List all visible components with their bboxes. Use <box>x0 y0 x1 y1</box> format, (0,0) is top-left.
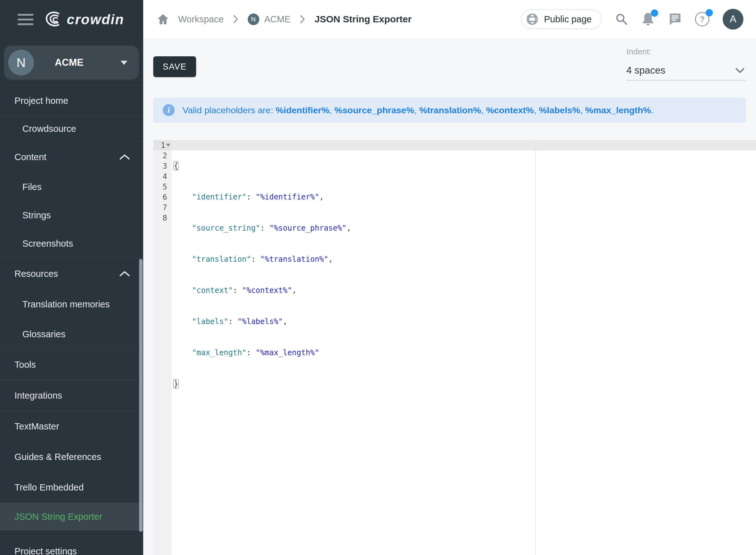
code-line: "identifier": "%identifier%", <box>172 192 756 202</box>
line-number: 2 <box>153 151 172 161</box>
sidebar-scrollbar[interactable] <box>139 259 142 532</box>
search-button[interactable] <box>615 12 628 26</box>
indent-control: Indent: 4 spaces <box>626 47 746 81</box>
sidebar: crowdin N ACME Project home Crowdsource … <box>0 0 143 555</box>
sidebar-item-files[interactable]: Files <box>0 173 143 201</box>
chevron-up-icon <box>119 154 130 160</box>
sidebar-item-guides-references[interactable]: Guides & References <box>0 442 143 472</box>
sidebar-item-textmaster[interactable]: TextMaster <box>0 411 143 442</box>
line-number: 8 <box>153 213 172 223</box>
breadcrumb-workspace[interactable]: Workspace <box>178 14 224 25</box>
globe-icon <box>526 12 539 26</box>
chevron-down-icon <box>735 68 745 73</box>
info-banner-text: Valid placeholders are: %identifier%, %s… <box>182 105 654 116</box>
editor-code[interactable]: { "identifier": "%identifier%", "source_… <box>172 140 756 555</box>
sidebar-item-project-home[interactable]: Project home <box>0 86 143 116</box>
chevron-right-icon <box>300 15 305 24</box>
help-notification-dot <box>706 9 713 16</box>
line-number: 4 <box>153 171 172 181</box>
project-avatar: N <box>248 13 259 25</box>
chevron-up-icon <box>119 270 130 277</box>
info-banner: i Valid placeholders are: %identifier%, … <box>153 97 746 123</box>
org-selector[interactable]: N ACME <box>4 46 139 80</box>
public-page-button[interactable]: Public page <box>521 9 602 29</box>
sidebar-section-content[interactable]: Content <box>0 141 143 173</box>
public-page-label: Public page <box>544 14 592 25</box>
sidebar-item-screenshots[interactable]: Screenshots <box>0 229 143 258</box>
indent-value: 4 spaces <box>626 65 665 76</box>
sidebar-item-crowdsource[interactable]: Crowdsource <box>0 117 143 141</box>
help-button[interactable]: ? <box>695 12 709 27</box>
crowdin-app-window: crowdin N ACME Project home Crowdsource … <box>0 0 756 555</box>
info-icon: i <box>163 104 175 116</box>
indent-label: Indent: <box>626 47 746 57</box>
code-line: "labels": "%labels%", <box>172 316 756 327</box>
notifications-button[interactable] <box>641 12 655 26</box>
line-number: 3 <box>153 161 172 171</box>
sidebar-item-translation-memories[interactable]: Translation memories <box>0 290 143 319</box>
save-button[interactable]: SAVE <box>153 56 196 77</box>
chat-icon <box>668 12 682 26</box>
line-number[interactable]: 1 <box>153 140 172 151</box>
home-icon[interactable] <box>157 14 169 25</box>
line-number: 6 <box>153 192 172 202</box>
code-line: "max_length": "%max_length%" <box>172 348 756 358</box>
notification-dot <box>651 9 658 17</box>
indent-select[interactable]: 4 spaces <box>626 61 746 81</box>
breadcrumb-project[interactable]: N ACME <box>248 13 291 25</box>
sidebar-item-project-settings[interactable]: Project settings <box>0 536 143 555</box>
sidebar-nav: Project home Crowdsource Content Files S… <box>0 85 143 555</box>
messages-button[interactable] <box>668 12 682 26</box>
breadcrumb: Workspace N ACME JSON String Exporter <box>157 13 412 25</box>
breadcrumb-page-title: JSON String Exporter <box>314 14 411 25</box>
hamburger-menu-icon[interactable] <box>17 14 33 25</box>
code-editor[interactable]: 1 2 3 4 5 6 7 8 { "identifier": "%identi… <box>153 140 756 555</box>
logo-text: crowdin <box>67 12 124 27</box>
org-name: ACME <box>55 57 83 68</box>
search-icon <box>615 12 628 26</box>
code-line: "translation": "%translation%", <box>172 254 756 265</box>
org-avatar: N <box>8 50 34 76</box>
chevron-right-icon <box>233 15 238 24</box>
line-number: 7 <box>153 202 172 213</box>
sidebar-item-glossaries[interactable]: Glossaries <box>0 319 143 349</box>
code-line: "source_string": "%source_phrase%", <box>172 223 756 233</box>
line-number: 5 <box>153 181 172 192</box>
code-line: "context": "%context%", <box>172 285 756 296</box>
sidebar-item-integrations[interactable]: Integrations <box>0 380 143 411</box>
sidebar-item-tools[interactable]: Tools <box>0 349 143 380</box>
caret-down-icon <box>121 61 127 68</box>
code-line: } <box>172 379 756 389</box>
sidebar-section-resources[interactable]: Resources <box>0 258 143 290</box>
sidebar-header: crowdin <box>0 0 143 39</box>
sidebar-item-strings[interactable]: Strings <box>0 201 143 229</box>
topbar: Workspace N ACME JSON String Exporter Pu… <box>143 0 756 39</box>
code-line: { <box>172 161 756 171</box>
topbar-actions: Public page ? A <box>521 9 744 30</box>
crowdin-bird-icon <box>44 11 64 28</box>
editor-gutter: 1 2 3 4 5 6 7 8 <box>153 140 172 555</box>
crowdin-logo[interactable]: crowdin <box>44 11 124 28</box>
sidebar-item-json-string-exporter[interactable]: JSON String Exporter <box>0 503 143 530</box>
user-avatar[interactable]: A <box>723 9 744 30</box>
main-content: SAVE Indent: 4 spaces i Valid placeholde… <box>143 39 756 555</box>
fold-caret-icon[interactable] <box>166 144 170 146</box>
sidebar-item-trello-embedded[interactable]: Trello Embedded <box>0 472 143 503</box>
